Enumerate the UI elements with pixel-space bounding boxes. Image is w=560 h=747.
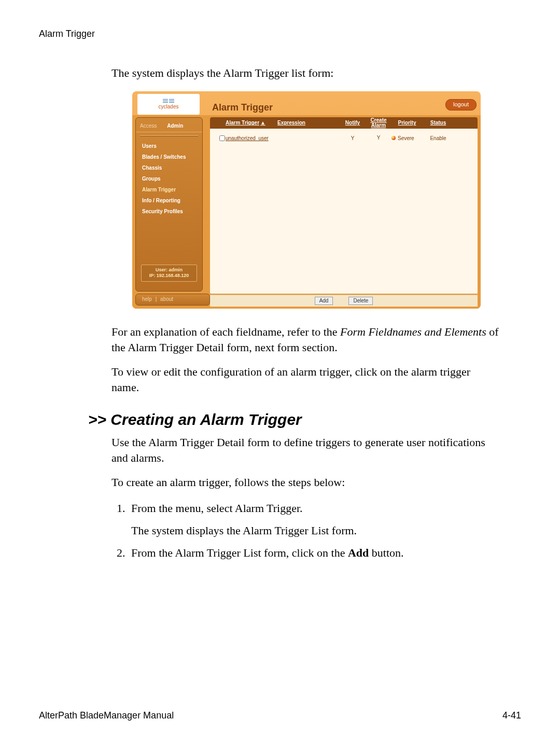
col-status[interactable]: Status <box>423 120 454 126</box>
logout-button[interactable]: logout <box>445 99 477 110</box>
footer-left: AlterPath BladeManager Manual <box>39 710 174 721</box>
data-area: unauthorized_user Y Y Severe Enable <box>210 129 478 294</box>
para-creating-steps-intro: To create an alarm trigger, follows the … <box>111 475 500 490</box>
tab-admin[interactable]: Admin <box>167 123 183 129</box>
sidebar-item-alarm-trigger[interactable]: Alarm Trigger <box>136 184 202 195</box>
row-checkbox-cell <box>217 134 226 143</box>
intro-text: The system displays the Alarm Trigger li… <box>111 65 500 81</box>
step-2: From the Alarm Trigger List form, click … <box>128 544 500 561</box>
sidebar: Access Admin Users Blades / Switches Cha… <box>135 117 203 292</box>
table-row: unauthorized_user Y Y Severe Enable <box>215 134 472 143</box>
app-title: Alarm Trigger <box>200 102 445 115</box>
help-link[interactable]: help <box>142 296 152 302</box>
column-header-row: Alarm Trigger▲ Expression Notify Create … <box>210 117 478 129</box>
sidebar-item-info[interactable]: Info / Reporting <box>136 195 202 206</box>
para-fieldnames: For an explanation of each fieldname, re… <box>111 324 500 355</box>
user-info-box: User: admin IP: 192.168.48.120 <box>141 265 197 282</box>
row-create-alarm: Y <box>366 135 391 141</box>
section-heading: >> Creating an Alarm Trigger <box>88 411 521 428</box>
row-notify: Y <box>340 135 366 141</box>
add-button[interactable]: Add <box>315 297 333 305</box>
about-link[interactable]: about <box>160 296 173 302</box>
sidebar-item-chassis[interactable]: Chassis <box>136 162 202 173</box>
ip-label: IP: 192.168.48.120 <box>145 273 193 279</box>
sidebar-items: Users Blades / Switches Chassis Groups A… <box>136 140 202 218</box>
col-expression[interactable]: Expression <box>277 120 340 126</box>
sidebar-item-blades[interactable]: Blades / Switches <box>136 151 202 162</box>
row-status: Enable <box>423 135 454 141</box>
app-header: cyclades Alarm Trigger logout <box>132 91 481 115</box>
step-1-sub: The system displays the Alarm Trigger Li… <box>131 522 500 539</box>
col-notify[interactable]: Notify <box>340 120 366 126</box>
brand-bars-icon <box>163 99 174 103</box>
app-window: cyclades Alarm Trigger logout Access Adm… <box>132 91 481 309</box>
delete-button[interactable]: Delete <box>348 297 373 305</box>
row-name-link[interactable]: unauthorized_user <box>226 135 277 141</box>
row-priority: Severe <box>391 135 423 141</box>
sidebar-item-groups[interactable]: Groups <box>136 173 202 184</box>
steps-list: From the menu, select Alarm Trigger. The… <box>111 500 500 561</box>
para-view-edit: To view or edit the configuration of an … <box>111 364 500 395</box>
action-bar: Add Delete <box>210 295 478 307</box>
col-create-alarm[interactable]: Create Alarm <box>366 118 391 128</box>
step-1: From the menu, select Alarm Trigger. The… <box>128 500 500 539</box>
page-header: Alarm Trigger <box>39 29 521 39</box>
user-label: User: admin <box>145 267 193 273</box>
screenshot: cyclades Alarm Trigger logout Access Adm… <box>132 91 481 309</box>
row-checkbox[interactable] <box>219 135 225 141</box>
sort-up-icon: ▲ <box>260 120 265 126</box>
brand-text: cyclades <box>159 104 179 109</box>
sidebar-item-users[interactable]: Users <box>136 141 202 151</box>
col-priority[interactable]: Priority <box>391 120 423 126</box>
page-footer: AlterPath BladeManager Manual 4-41 <box>39 710 521 721</box>
footer-right: 4-41 <box>502 710 521 721</box>
brand-logo: cyclades <box>137 94 200 115</box>
para-creating-intro: Use the Alarm Trigger Detail form to def… <box>111 435 500 465</box>
sidebar-item-security[interactable]: Security Profiles <box>136 206 202 217</box>
col-alarm-trigger[interactable]: Alarm Trigger▲ <box>226 120 277 126</box>
priority-dot-icon <box>391 136 396 140</box>
sidebar-tabs: Access Admin <box>136 121 202 132</box>
separator: | <box>156 296 157 302</box>
main-panel: Alarm Trigger▲ Expression Notify Create … <box>210 117 478 307</box>
tab-access[interactable]: Access <box>140 123 157 129</box>
help-bar: help | about <box>135 294 210 306</box>
